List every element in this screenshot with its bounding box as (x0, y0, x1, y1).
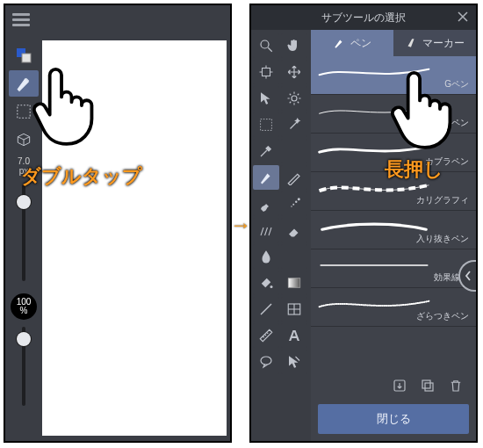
svg-point-10 (298, 198, 300, 200)
brush-size-slider[interactable] (15, 184, 32, 281)
line-tool-icon[interactable] (253, 297, 279, 322)
tool-palette (251, 30, 311, 441)
fill-tool-icon[interactable] (253, 271, 279, 295)
correct-line-icon[interactable] (281, 350, 307, 374)
brush-name: 入り抜きペン (416, 233, 469, 245)
zoom-tool-icon[interactable] (253, 33, 279, 58)
left-tool-sidebar: 7.0 px 100 % (7, 40, 40, 436)
subtool-actions (311, 372, 476, 399)
brush-size-unit: px (18, 166, 30, 176)
zoom-indicator[interactable]: 100 % (11, 293, 37, 320)
hand-tool-icon[interactable] (281, 33, 307, 58)
marquee-rect-icon[interactable] (253, 112, 279, 137)
wand-tool-icon[interactable] (281, 112, 307, 137)
light-table-icon[interactable] (281, 86, 307, 111)
close-icon[interactable] (455, 9, 471, 25)
brush-item-maru-pen[interactable]: 丸ペン (311, 95, 476, 134)
dialog-header: サブツールの選択 (251, 5, 476, 30)
frame-tool-icon[interactable] (281, 297, 307, 322)
pen-tool[interactable] (9, 70, 39, 97)
tab-pen[interactable]: ペン (311, 30, 393, 56)
svg-rect-1 (22, 54, 31, 62)
pen-icon (333, 37, 345, 49)
svg-point-11 (270, 285, 273, 288)
brush-item-kabura-pen[interactable]: カブラペン (311, 134, 476, 172)
brush-item-calligraphy[interactable]: カリグラフィ (311, 172, 476, 211)
import-subtool-icon[interactable] (390, 376, 409, 395)
eraser-tool-icon[interactable] (281, 218, 307, 242)
zoom-unit: % (20, 307, 28, 315)
marker-icon (405, 37, 417, 49)
transition-arrow-icon: → (230, 214, 251, 235)
empty-slot (281, 139, 307, 163)
right-screenshot: サブツールの選択 (249, 4, 478, 443)
brush-tool-icon[interactable] (253, 191, 279, 216)
brush-list: Gペン 丸ペン カブラペン カリグラフィ 入り抜きペン (311, 56, 476, 372)
move-arrows-icon[interactable] (281, 60, 307, 84)
brush-name: 丸ペン (443, 117, 469, 129)
airbrush-tool-icon[interactable] (281, 191, 307, 216)
close-button[interactable]: 閉じる (318, 404, 469, 434)
color-picker-tool[interactable] (9, 42, 39, 69)
svg-point-14 (261, 357, 271, 365)
brush-item-irinuki-pen[interactable]: 入り抜きペン (311, 211, 476, 249)
subtool-picker: ペン マーカー Gペン 丸ペン カブラペン (311, 30, 476, 441)
text-tool-icon[interactable] (281, 323, 307, 348)
blend-tool-icon[interactable] (253, 244, 279, 269)
svg-rect-2 (18, 105, 30, 118)
brush-name: ざらつきペン (416, 310, 469, 322)
svg-point-7 (291, 206, 292, 207)
svg-rect-6 (261, 119, 272, 131)
pencil-tool-icon[interactable] (281, 165, 307, 190)
object-select-icon[interactable] (253, 86, 279, 111)
tab-pen-label: ペン (350, 36, 371, 51)
marquee-tool[interactable] (9, 98, 39, 125)
dialog-title: サブツールの選択 (321, 11, 406, 25)
hamburger-menu-button[interactable] (9, 9, 33, 30)
brush-item-zaratsuki-pen[interactable]: ざらつきペン (311, 288, 476, 327)
gradient-tool-icon[interactable] (281, 271, 307, 295)
svg-point-8 (292, 204, 294, 206)
ruler-tool-icon[interactable] (253, 323, 279, 348)
brush-item-g-pen[interactable]: Gペン (311, 56, 476, 95)
brush-item-koukasen[interactable]: 効果線用 (311, 249, 476, 288)
decoration-tool-icon[interactable] (253, 218, 279, 242)
close-button-label: 閉じる (377, 411, 411, 427)
svg-rect-17 (425, 383, 433, 391)
brush-size-indicator[interactable]: 7.0 px (18, 156, 30, 176)
svg-point-3 (261, 40, 269, 48)
tab-marker[interactable]: マーカー (393, 30, 476, 56)
brush-name: カリグラフィ (416, 194, 469, 206)
eyedropper-icon[interactable] (253, 139, 279, 163)
brush-name: カブラペン (425, 155, 469, 168)
brush-size-value: 7.0 (18, 156, 30, 166)
drawing-canvas[interactable] (42, 40, 227, 436)
brush-name: Gペン (444, 78, 469, 90)
left-screenshot: 7.0 px 100 % (4, 4, 232, 443)
duplicate-subtool-icon[interactable] (418, 376, 437, 395)
move-layer-icon[interactable] (253, 60, 279, 84)
pen-tool-icon[interactable] (253, 165, 279, 190)
cube-tool[interactable] (9, 126, 39, 153)
empty-slot-2 (281, 244, 307, 269)
svg-point-5 (292, 96, 297, 101)
subtool-tabs: ペン マーカー (311, 30, 476, 56)
balloon-tool-icon[interactable] (253, 350, 279, 374)
tab-marker-label: マーカー (422, 36, 465, 51)
svg-rect-4 (263, 69, 270, 76)
svg-point-9 (295, 201, 297, 203)
svg-rect-16 (422, 380, 430, 388)
delete-subtool-icon[interactable] (446, 376, 465, 395)
svg-rect-12 (288, 278, 300, 288)
zoom-slider[interactable] (15, 327, 32, 406)
